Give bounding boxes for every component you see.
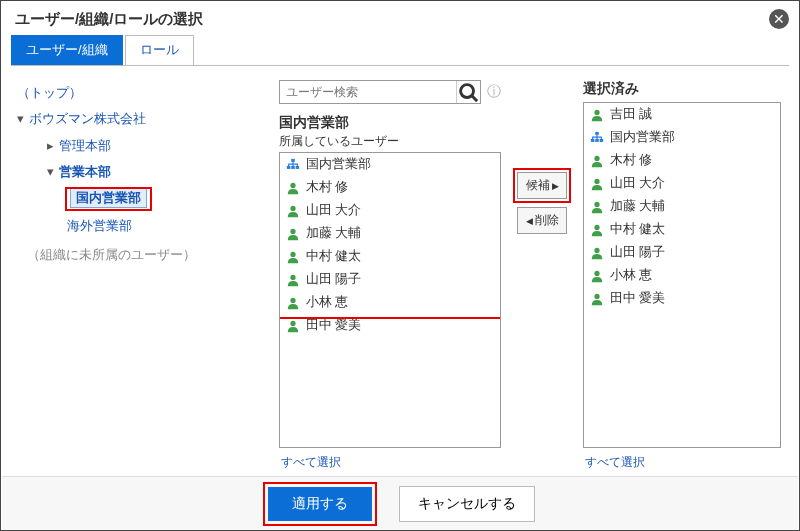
apply-button[interactable]: 適用する bbox=[268, 487, 372, 521]
list-item[interactable]: 加藤 大輔 bbox=[584, 195, 780, 218]
tree-top[interactable]: （トップ） bbox=[17, 86, 82, 100]
user-icon bbox=[286, 181, 300, 195]
tree-unassigned[interactable]: （組織に未所属のユーザー） bbox=[27, 248, 196, 262]
list-item-label: 山田 大介 bbox=[610, 175, 665, 192]
list-item-label: 加藤 大輔 bbox=[306, 225, 361, 242]
svg-line-1 bbox=[472, 96, 477, 101]
available-list[interactable]: 国内営業部木村 修山田 大介加藤 大輔中村 健太山田 陽子小林 恵田中 愛美 bbox=[279, 152, 501, 448]
svg-point-7 bbox=[290, 205, 295, 210]
remove-button-label: 削除 bbox=[535, 212, 559, 229]
search-box bbox=[279, 80, 481, 104]
list-item[interactable]: 中村 健太 bbox=[584, 218, 780, 241]
list-item[interactable]: 山田 大介 bbox=[584, 172, 780, 195]
footer: 適用する キャンセルする bbox=[2, 476, 798, 530]
center-title: 国内営業部 bbox=[279, 114, 501, 132]
list-item[interactable]: 山田 陽子 bbox=[280, 268, 500, 291]
search-input[interactable] bbox=[280, 82, 456, 102]
user-icon bbox=[286, 319, 300, 333]
list-item[interactable]: 国内営業部 bbox=[280, 153, 500, 176]
svg-point-19 bbox=[594, 178, 599, 183]
remove-button[interactable]: ◀削除 bbox=[517, 207, 567, 234]
close-icon[interactable]: ✕ bbox=[769, 9, 789, 29]
svg-rect-4 bbox=[291, 165, 295, 168]
svg-point-20 bbox=[594, 201, 599, 206]
svg-point-12 bbox=[290, 320, 295, 325]
list-item-label: 田中 愛美 bbox=[610, 290, 665, 307]
svg-rect-2 bbox=[291, 158, 295, 161]
svg-point-23 bbox=[594, 270, 599, 275]
cancel-button[interactable]: キャンセルする bbox=[399, 486, 535, 522]
svg-rect-16 bbox=[595, 138, 599, 141]
svg-point-10 bbox=[290, 274, 295, 279]
list-item[interactable]: 中村 健太 bbox=[280, 245, 500, 268]
svg-point-13 bbox=[594, 109, 599, 114]
org-tree: （トップ） ▾ボウズマン株式会社 ▸管理本部 ▾営業本部 国内営業部 海外営業部… bbox=[17, 80, 267, 471]
list-item-label: 木村 修 bbox=[306, 179, 348, 196]
svg-rect-17 bbox=[600, 138, 604, 141]
select-all-available[interactable]: すべて選択 bbox=[279, 448, 501, 471]
svg-point-11 bbox=[290, 297, 295, 302]
org-icon bbox=[286, 158, 300, 172]
svg-rect-3 bbox=[287, 165, 291, 168]
list-item-label: 加藤 大輔 bbox=[610, 198, 665, 215]
list-item-label: 小林 恵 bbox=[610, 267, 652, 284]
dialog-title: ユーザー/組織/ロールの選択 bbox=[15, 10, 203, 29]
tree-overseas[interactable]: 海外営業部 bbox=[67, 219, 132, 233]
list-item[interactable]: 山田 大介 bbox=[280, 199, 500, 222]
list-item-label: 山田 陽子 bbox=[306, 271, 361, 288]
user-icon bbox=[286, 227, 300, 241]
list-item[interactable]: 小林 恵 bbox=[280, 291, 500, 314]
user-icon bbox=[286, 296, 300, 310]
user-icon bbox=[590, 269, 604, 283]
tab-bar: ユーザー/組織 ロール bbox=[1, 35, 799, 65]
list-item-label: 中村 健太 bbox=[306, 248, 361, 265]
list-item[interactable]: 山田 陽子 bbox=[584, 241, 780, 264]
org-icon bbox=[590, 131, 604, 145]
tree-company[interactable]: ボウズマン株式会社 bbox=[29, 112, 146, 126]
list-item-label: 山田 陽子 bbox=[610, 244, 665, 261]
tab-role[interactable]: ロール bbox=[125, 35, 194, 65]
center-subtitle: 所属しているユーザー bbox=[279, 133, 501, 150]
selected-list[interactable]: 吉田 誠国内営業部木村 修山田 大介加藤 大輔中村 健太山田 陽子小林 恵田中 … bbox=[583, 102, 781, 448]
user-icon bbox=[590, 246, 604, 260]
list-item[interactable]: 加藤 大輔 bbox=[280, 222, 500, 245]
svg-point-21 bbox=[594, 224, 599, 229]
list-item[interactable]: 木村 修 bbox=[584, 149, 780, 172]
list-item[interactable]: 国内営業部 bbox=[584, 126, 780, 149]
search-icon[interactable] bbox=[456, 81, 480, 103]
tree-sales[interactable]: 営業本部 bbox=[59, 165, 111, 179]
user-icon bbox=[286, 273, 300, 287]
list-item-label: 中村 健太 bbox=[610, 221, 665, 238]
add-button[interactable]: 候補▶ bbox=[517, 172, 567, 199]
select-all-selected[interactable]: すべて選択 bbox=[583, 448, 781, 471]
svg-point-18 bbox=[594, 155, 599, 160]
svg-point-22 bbox=[594, 247, 599, 252]
list-item-label: 国内営業部 bbox=[610, 129, 675, 146]
user-icon bbox=[590, 154, 604, 168]
list-item[interactable]: 吉田 誠 bbox=[584, 103, 780, 126]
list-item[interactable]: 木村 修 bbox=[280, 176, 500, 199]
svg-point-9 bbox=[290, 251, 295, 256]
svg-rect-5 bbox=[296, 165, 300, 168]
user-icon bbox=[286, 204, 300, 218]
add-button-label: 候補 bbox=[526, 177, 550, 194]
user-icon bbox=[286, 250, 300, 264]
list-item-label: 田中 愛美 bbox=[306, 317, 361, 334]
svg-point-8 bbox=[290, 228, 295, 233]
tab-user-org[interactable]: ユーザー/組織 bbox=[11, 35, 123, 65]
user-icon bbox=[590, 108, 604, 122]
list-item[interactable]: 田中 愛美 bbox=[584, 287, 780, 310]
tree-admin[interactable]: 管理本部 bbox=[59, 139, 111, 153]
user-icon bbox=[590, 200, 604, 214]
list-item[interactable]: 田中 愛美 bbox=[280, 314, 500, 337]
list-item[interactable]: 小林 恵 bbox=[584, 264, 780, 287]
svg-point-24 bbox=[594, 293, 599, 298]
selected-title: 選択済み bbox=[583, 80, 781, 98]
list-item-label: 吉田 誠 bbox=[610, 106, 652, 123]
list-item-label: 山田 大介 bbox=[306, 202, 361, 219]
user-icon bbox=[590, 177, 604, 191]
svg-rect-14 bbox=[595, 131, 599, 134]
svg-rect-15 bbox=[591, 138, 595, 141]
tree-domestic[interactable]: 国内営業部 bbox=[71, 189, 146, 207]
user-icon bbox=[590, 223, 604, 237]
